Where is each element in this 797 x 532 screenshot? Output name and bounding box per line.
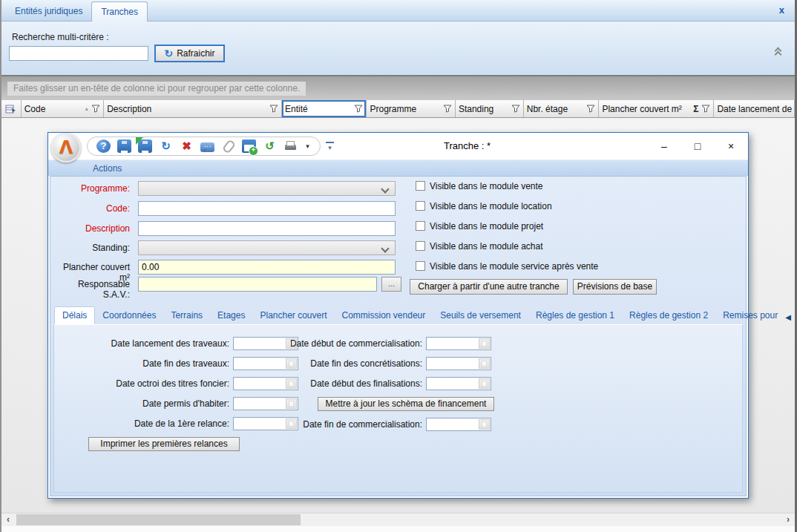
date-input-date-fin-des-concretisations[interactable] <box>426 357 491 370</box>
attachment-icon[interactable] <box>221 139 235 153</box>
dialog-tab-delais[interactable]: Délais <box>54 306 95 324</box>
field-plancher-couvert-m-input[interactable] <box>138 260 396 275</box>
date-label: Date lancement des traveaux: <box>57 338 233 349</box>
checkbox-row-visible-dans-le-module-projet: Visible dans le module projet <box>416 221 598 231</box>
dialog-titlebar[interactable]: Tranche : * – □ × <box>48 133 748 160</box>
date-input-date-debut-des-finalisations[interactable] <box>426 377 491 390</box>
column-header-programme[interactable]: Programme <box>367 100 455 117</box>
column-header-plancher-couvert-m[interactable]: Plancher couvert m²Σ <box>599 100 714 117</box>
checkbox-visible-dans-le-module-achat[interactable] <box>416 241 425 251</box>
field-description-input[interactable] <box>138 221 396 236</box>
date-label: Date fin des traveaux: <box>57 358 233 369</box>
charger-autre-tranche-button[interactable]: Charger à partir d'une autre tranche <box>410 279 568 295</box>
field-code-input[interactable] <box>138 201 396 216</box>
date-row-date-fin-des-traveaux: Date fin des traveaux: <box>57 357 298 370</box>
column-header-entite[interactable]: Entité <box>282 100 367 117</box>
checkbox-label: Visible dans le module projet <box>430 221 543 231</box>
scrollbar-thumb[interactable] <box>16 514 301 525</box>
filter-icon[interactable] <box>269 105 278 113</box>
collapse-panel-icon[interactable] <box>774 48 783 57</box>
checkbox-visible-dans-le-module-service-apres-vente[interactable] <box>416 261 425 271</box>
delete-icon[interactable] <box>180 139 194 153</box>
filter-icon[interactable] <box>443 105 452 113</box>
quick-access-toolbar <box>87 137 334 156</box>
group-by-bar[interactable]: Faites glisser un en-tête de colonne ici… <box>1 75 795 100</box>
checkbox-label: Visible dans le module location <box>430 201 552 211</box>
field-responsable-s-a-v-input[interactable] <box>138 277 377 292</box>
checkbox-visible-dans-le-module-projet[interactable] <box>416 221 425 231</box>
dialog-tab-coordonnees[interactable]: Coordonnées <box>95 307 163 324</box>
dialog-tab-regles-de-gestion-1[interactable]: Règles de gestion 1 <box>528 307 622 324</box>
scroll-right-icon[interactable]: › <box>781 513 795 526</box>
tab-close-icon[interactable]: x <box>779 4 784 16</box>
window-buttons: – □ × <box>657 133 738 160</box>
date-picker-button[interactable] <box>479 338 490 349</box>
dialog-tab-regles-de-gestion-2[interactable]: Règles de gestion 2 <box>622 307 715 324</box>
history-icon[interactable] <box>263 139 277 153</box>
minimize-button[interactable]: – <box>657 140 671 152</box>
dialog-tab-strip: DélaisCoordonnéesTerrainsEtagesPlancher … <box>54 308 742 324</box>
field-standing-dropdown[interactable] <box>138 240 396 255</box>
save-as-icon[interactable] <box>138 139 152 153</box>
horizontal-scrollbar[interactable]: ‹ › <box>1 513 795 526</box>
date-label: Date octroi des titres foncier: <box>57 378 233 389</box>
column-header-nbr-etage[interactable]: Nbr. étage <box>524 100 600 117</box>
print-icon[interactable] <box>283 139 298 153</box>
save-icon[interactable] <box>117 139 131 153</box>
form-row-description: Description <box>50 221 746 236</box>
comment-icon[interactable] <box>200 142 214 152</box>
button-mettre-a-jour-les-schema-de-financement[interactable]: Mettre à jour les schèma de financement <box>318 397 494 411</box>
date-input-date-fin-de-commercialisation[interactable] <box>426 418 491 431</box>
previsions-de-base-button[interactable]: Prévisions de base <box>573 279 657 295</box>
field-label-responsable-s-a-v: Responsable S.A.V.: <box>50 279 130 300</box>
ribbon-tab-actions[interactable]: Actions <box>48 160 748 176</box>
close-button[interactable]: × <box>724 140 738 152</box>
date-input-date-debut-de-commercialisation[interactable] <box>426 337 491 350</box>
dialog-tab-plancher-couvert[interactable]: Plancher couvert <box>252 307 334 324</box>
refresh-icon[interactable] <box>159 139 173 153</box>
print-caret-icon[interactable] <box>304 139 311 153</box>
date-picker-button[interactable] <box>479 419 490 430</box>
filter-icon[interactable] <box>511 105 520 113</box>
dialog-tab-seuils-de-versement[interactable]: Seuils de versement <box>433 307 528 324</box>
column-header-code[interactable]: Code▲ <box>22 100 105 117</box>
dialog-tab-commission-vendeur[interactable]: Commission vendeur <box>335 307 433 324</box>
refresh-button[interactable]: ↻ Rafraichir <box>154 45 225 62</box>
maximize-button[interactable]: □ <box>691 140 704 152</box>
checkbox-visible-dans-le-module-location[interactable] <box>416 201 425 211</box>
help-icon[interactable] <box>96 139 111 153</box>
column-header-description[interactable]: Description <box>104 100 282 117</box>
date-label: Date début des finalisations: <box>274 378 426 389</box>
tab-scroll-left-icon[interactable]: ◀ <box>785 313 791 321</box>
filter-icon[interactable] <box>354 105 363 113</box>
scroll-left-icon[interactable]: ‹ <box>1 513 15 526</box>
toolbar-overflow-icon[interactable] <box>326 140 334 152</box>
browse-button[interactable]: ... <box>381 277 401 292</box>
filter-icon[interactable] <box>586 105 595 113</box>
checkbox-visible-dans-le-module-vente[interactable] <box>416 181 425 191</box>
dialog-tab-terrains[interactable]: Terrains <box>163 307 210 324</box>
tab-entites-juridiques[interactable]: Entités juridiques <box>6 1 91 21</box>
application-menu-button[interactable] <box>51 133 81 162</box>
date-picker-button[interactable] <box>479 378 490 389</box>
column-header-standing[interactable]: Standing <box>456 100 524 117</box>
column-header-date-lancement-de[interactable]: Date lancement de <box>714 100 795 117</box>
column-label: Code <box>24 104 46 114</box>
form-add-icon[interactable] <box>242 139 256 153</box>
dialog-tab-etages[interactable]: Etages <box>210 307 252 324</box>
field-programme-dropdown[interactable] <box>138 181 396 196</box>
dialog-tab-remises-pour[interactable]: Remises pour <box>715 307 785 324</box>
form-row-code: Code: <box>50 201 746 216</box>
filter-icon[interactable] <box>701 105 710 113</box>
sum-icon[interactable]: Σ <box>693 104 698 114</box>
filter-icon[interactable] <box>91 105 100 113</box>
form-row-programme: Programme: <box>50 181 746 196</box>
search-input[interactable] <box>9 46 148 61</box>
date-picker-button[interactable] <box>479 358 490 369</box>
button-imprimer-les-premieres-relances[interactable]: Imprimer les premières relances <box>88 437 240 451</box>
refresh-icon: ↻ <box>164 48 173 59</box>
row-indicator-header[interactable] <box>1 100 22 117</box>
column-label: Standing <box>459 104 493 114</box>
date-row-date-lancement-des-traveaux: Date lancement des traveaux: <box>57 337 298 350</box>
tab-tranches[interactable]: Tranches <box>91 1 148 22</box>
